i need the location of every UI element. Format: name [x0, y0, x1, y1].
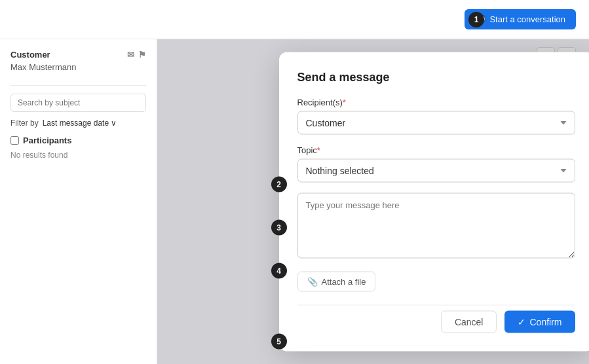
recipients-label-text: Recipient(s) [297, 98, 343, 107]
participants-row: Participants [10, 136, 146, 145]
participants-checkbox[interactable] [10, 136, 19, 145]
participants-label: Participants [23, 136, 71, 145]
paperclip-icon: 📎 [307, 277, 318, 287]
dialog-footer: Cancel ✓ Confirm [297, 305, 575, 333]
confirm-label: Confirm [529, 317, 561, 327]
dialog-title: Send a message [297, 71, 575, 84]
badge-3: 3 [271, 220, 287, 236]
attach-file-button[interactable]: 📎 Attach a file [297, 272, 376, 292]
confirm-button[interactable]: ✓ Confirm [504, 311, 575, 333]
filter-row: Filter by Last message date ∨ [10, 118, 146, 128]
email-icon[interactable]: ✉ [127, 50, 134, 60]
badge-1: 1 [468, 12, 484, 27]
cancel-label: Cancel [455, 317, 484, 327]
cancel-button[interactable]: Cancel [441, 311, 497, 333]
attach-label: Attach a file [322, 277, 366, 287]
badge-2: 2 [271, 177, 287, 192]
recipients-select[interactable]: Customer [297, 111, 575, 135]
search-input[interactable] [10, 94, 146, 112]
check-icon: ✓ [518, 317, 525, 327]
customer-label: Customer [10, 50, 50, 60]
recipients-group: Recipient(s)* Customer [297, 98, 575, 135]
badge-5: 5 [271, 334, 287, 350]
topic-label-text: Topic [297, 145, 317, 155]
badge-4: 4 [271, 263, 287, 279]
topic-required: * [317, 145, 320, 155]
customer-section: Customer ✉ ⚑ Max Mustermann [10, 50, 146, 72]
right-panel: ate ⇅ < > 2 3 4 5 Send [157, 39, 589, 364]
send-message-dialog: 2 3 4 5 Send a message Recipient(s)* Cus… [279, 52, 590, 352]
start-conversation-label: Start a conversation [489, 14, 565, 24]
customer-label-row: Customer ✉ ⚑ [10, 50, 146, 60]
top-bar: 1 💬 Start a conversation [0, 0, 589, 39]
filter-value: Last message date [43, 118, 109, 128]
filter-label: Filter by [10, 118, 39, 128]
flag-icon[interactable]: ⚑ [138, 50, 146, 60]
chevron-down-icon: ∨ [111, 118, 117, 128]
no-results: No results found [10, 151, 146, 160]
recipients-label: Recipient(s)* [297, 98, 575, 107]
message-textarea[interactable] [297, 193, 575, 259]
topic-label: Topic* [297, 145, 575, 155]
customer-name: Max Mustermann [10, 62, 146, 72]
filter-select[interactable]: Last message date ∨ [43, 118, 117, 128]
recipients-required: * [343, 98, 346, 107]
topic-group: Topic* Nothing selected [297, 145, 575, 183]
divider-1 [10, 85, 146, 86]
content-area: Customer ✉ ⚑ Max Mustermann Filter by La… [0, 39, 589, 364]
left-panel: Customer ✉ ⚑ Max Mustermann Filter by La… [0, 39, 157, 364]
customer-icons: ✉ ⚑ [127, 50, 146, 60]
topic-select[interactable]: Nothing selected [297, 159, 575, 183]
message-group [297, 193, 575, 261]
